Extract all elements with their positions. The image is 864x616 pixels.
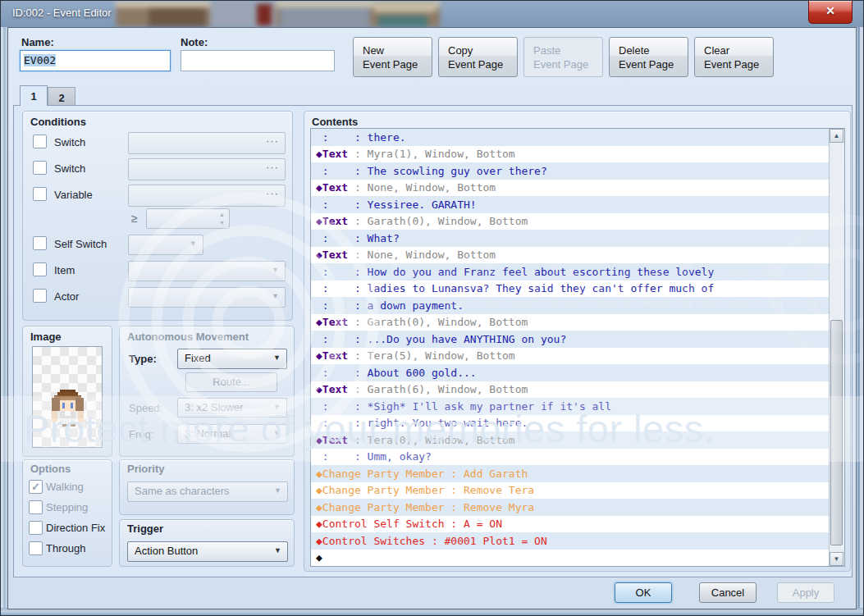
event-command-row[interactable]: ◆Text : Tera(0), Window, Bottom — [311, 431, 830, 449]
name-input[interactable]: EV002 — [20, 50, 171, 71]
clear-event-page-button[interactable]: ClearEvent Page — [694, 37, 774, 77]
event-command-row[interactable]: : : ...Do you have ANYTHING on you? — [311, 331, 830, 348]
type-combo[interactable]: Fixed ▼ — [177, 349, 287, 369]
event-command-row[interactable]: : : *Sigh* I'll ask my partner if it's a… — [311, 398, 830, 415]
switch1-checkbox[interactable] — [33, 135, 47, 148]
event-command-row[interactable]: : : ladies to Lunansva? They said they c… — [311, 281, 830, 298]
event-command-row[interactable]: : : right. You two wait here. — [311, 415, 830, 432]
tab-1[interactable]: 1 — [20, 85, 48, 106]
actor-combo[interactable]: ▼ — [128, 287, 286, 308]
chevron-down-icon: ▼ — [190, 240, 197, 248]
close-button[interactable]: ✕ — [808, 1, 853, 24]
apply-button[interactable]: Apply — [777, 582, 834, 603]
button-label-line1: Clear — [704, 43, 773, 57]
switch1-label: Switch — [54, 136, 85, 148]
conditions-group: Conditions Switch ··· Switch ··· Variabl… — [22, 111, 293, 321]
route-button[interactable]: Route... — [185, 372, 277, 392]
new-event-page-button[interactable]: NewEvent Page — [353, 37, 432, 77]
walking-label: Walking — [46, 481, 84, 493]
item-combo[interactable]: ▼ — [128, 261, 286, 281]
movement-group: Autonomous Movement Type: Fixed ▼ Route.… — [119, 326, 295, 457]
event-command-row[interactable]: ◆Control Switches : #0001 Plot1 = ON — [311, 532, 830, 550]
vertical-scrollbar[interactable]: ▲ ▼ — [829, 129, 844, 566]
freq-combo[interactable]: 3: Normal ▼ — [177, 424, 287, 444]
note-input[interactable] — [181, 50, 335, 71]
switch1-ellipsis-button[interactable]: ··· — [266, 135, 279, 147]
copy-event-page-button[interactable]: CopyEvent Page — [438, 37, 518, 77]
switch2-checkbox[interactable] — [33, 161, 47, 175]
paste-event-page-button[interactable]: PasteEvent Page — [523, 37, 603, 77]
delete-event-page-button[interactable]: DeleteEvent Page — [609, 37, 688, 77]
title-bar[interactable]: ID:002 - Event Editor ✕ — [1, 1, 864, 27]
command-name: ◆Text — [316, 349, 348, 362]
event-command-row[interactable]: ◆Text : Garath(0), Window, Bottom — [311, 213, 830, 230]
event-command-row[interactable]: ◆Text : Tera(5), Window, Bottom — [311, 348, 830, 365]
event-command-row[interactable]: : : a down payment. — [311, 297, 830, 314]
dialogue-text: : : How do you and Franz feel about esco… — [316, 266, 714, 278]
chevron-down-icon: ▼ — [273, 403, 281, 411]
event-command-row[interactable]: ◆Control Self Switch : A = ON — [311, 516, 830, 533]
walking-checkbox[interactable]: ✓ — [29, 480, 43, 494]
event-command-row[interactable]: : : there. — [311, 129, 830, 146]
button-label-line2: Event Page — [363, 57, 432, 71]
variable-value-spinner[interactable]: ▲ ▼ — [146, 208, 230, 229]
girl-character-sprite — [49, 390, 86, 437]
variable-ellipsis-button[interactable]: ··· — [266, 187, 279, 199]
dialogue-text: : : The scowling guy over there? — [316, 165, 547, 177]
dialog-body: Name: EV002 Note: NewEvent PageCopyEvent… — [7, 27, 857, 609]
event-command-row[interactable]: : : The scowling guy over there? — [311, 162, 830, 180]
variable-field[interactable]: ··· — [128, 185, 286, 207]
button-label-line1: New — [363, 43, 432, 57]
trigger-combo[interactable]: Action Button ▼ — [127, 541, 288, 562]
through-checkbox[interactable] — [29, 541, 43, 555]
character-image-box[interactable] — [32, 346, 103, 448]
command-params: : None, Window, Bottom — [348, 181, 496, 194]
command-name: ◆Text — [316, 181, 348, 194]
event-command-row[interactable]: ◆ — [311, 550, 830, 567]
item-checkbox[interactable] — [33, 262, 47, 276]
freq-label: Freq: — [129, 428, 153, 440]
dialogue-text: : : ...Do you have ANYTHING on you? — [316, 333, 566, 345]
variable-checkbox[interactable] — [33, 187, 47, 201]
event-command-row[interactable]: ◆Change Party Member : Add Garath — [311, 465, 830, 482]
actor-checkbox[interactable] — [33, 289, 47, 303]
direction-fix-label: Direction Fix — [46, 522, 105, 534]
priority-combo[interactable]: Same as characters ▼ — [127, 481, 288, 502]
self-switch-combo[interactable]: ▼ — [128, 235, 203, 255]
event-command-row[interactable]: : : About 600 gold... — [311, 364, 830, 381]
event-command-row[interactable]: : : How do you and Franz feel about esco… — [311, 263, 830, 281]
speed-combo[interactable]: 3: x2 Slower ▼ — [177, 398, 287, 418]
event-command-row[interactable]: ◆Text : Garath(0), Window, Bottom — [311, 314, 830, 331]
switch2-field[interactable]: ··· — [128, 158, 286, 180]
scroll-up-icon[interactable]: ▲ — [830, 129, 843, 143]
event-command-row[interactable]: : : Yessiree. GARATH! — [311, 196, 830, 213]
dialogue-text: : : What? — [316, 232, 400, 244]
dialogue-text: : : there. — [316, 131, 406, 144]
event-command-row[interactable]: ◆Text : Myra(1), Window, Bottom — [311, 146, 830, 163]
options-title: Options — [30, 463, 71, 475]
speed-value: 3: x2 Slower — [185, 401, 244, 413]
scrollbar-thumb[interactable] — [830, 320, 843, 545]
spinner-down-icon[interactable]: ▼ — [219, 220, 225, 226]
ok-button[interactable]: OK — [615, 582, 672, 603]
button-label-line2: Event Page — [448, 57, 517, 71]
scroll-down-icon[interactable]: ▼ — [830, 552, 843, 566]
event-command-row[interactable]: ◆Text : Garath(6), Window, Bottom — [311, 381, 830, 399]
dialogue-text: : : a down payment. — [316, 299, 464, 312]
cancel-button[interactable]: Cancel — [699, 582, 757, 603]
event-command-row[interactable]: : : Umm, okay? — [311, 449, 830, 466]
event-command-row[interactable]: ◆Change Party Member : Remove Tera — [311, 482, 830, 500]
self-switch-checkbox[interactable] — [33, 236, 47, 250]
event-command-row[interactable]: : : What? — [311, 230, 830, 247]
switch1-field[interactable]: ··· — [128, 132, 286, 154]
switch2-ellipsis-button[interactable]: ··· — [266, 161, 279, 173]
event-command-row[interactable]: ◆Text : None, Window, Bottom — [311, 247, 830, 264]
spinner-up-icon[interactable]: ▲ — [219, 212, 225, 217]
type-label: Type: — [129, 353, 157, 365]
event-command-row[interactable]: ◆Change Party Member : Remove Myra — [311, 499, 830, 516]
chevron-down-icon: ▼ — [273, 354, 281, 362]
direction-fix-checkbox[interactable] — [29, 521, 43, 535]
tab-2[interactable]: 2 — [48, 87, 75, 106]
event-command-row[interactable]: ◆Text : None, Window, Bottom — [311, 180, 830, 197]
stepping-checkbox[interactable] — [29, 500, 43, 514]
